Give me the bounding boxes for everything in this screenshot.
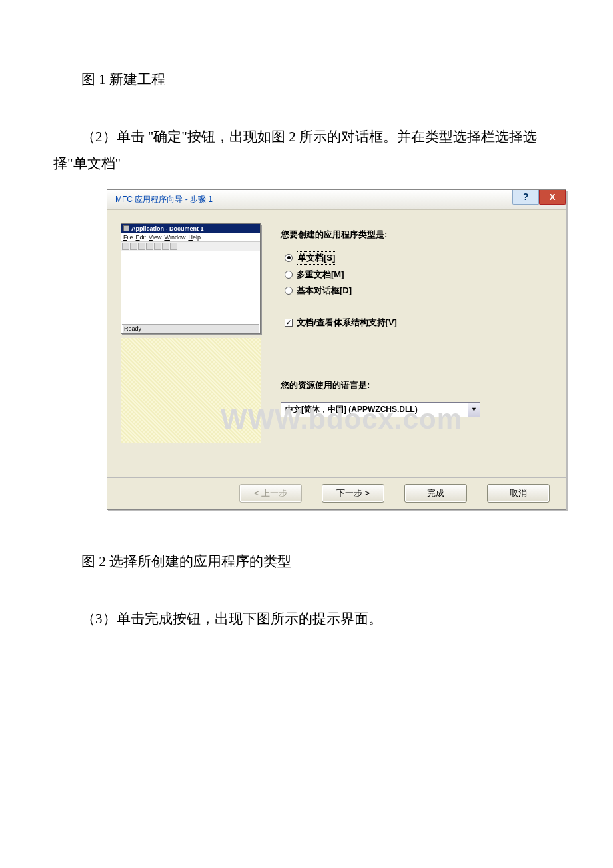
preview-sys-icon xyxy=(123,225,129,231)
checkbox-icon xyxy=(285,319,293,327)
options-column: 您要创建的应用程序类型是: 单文档[S] 多重文档[M] 基本对话框[D] 文档… xyxy=(281,223,546,443)
preview-doc-menu: FileEditViewWindowHelp xyxy=(121,233,260,242)
chevron-down-icon: ▼ xyxy=(468,403,480,417)
help-button[interactable]: ? xyxy=(512,190,539,205)
radio-icon xyxy=(285,271,293,279)
cancel-button[interactable]: 取消 xyxy=(487,484,550,503)
caption-figure-1: 图 1 新建工程 xyxy=(53,67,560,93)
paragraph-step-3: （3）单击完成按钮，出现下图所示的提示界面。 xyxy=(53,606,560,633)
radio-dialog-based[interactable]: 基本对话框[D] xyxy=(285,285,546,297)
preview-doc-status: Ready xyxy=(122,324,259,333)
mfc-wizard-dialog: MFC 应用程序向导 - 步骤 1 ? X Application - Docu… xyxy=(107,189,566,510)
question-app-type: 您要创建的应用程序类型是: xyxy=(281,229,546,241)
dialog-titlebar: MFC 应用程序向导 - 步骤 1 ? X xyxy=(107,190,566,210)
paragraph-step-2: （2）单击 "确定"按钮，出现如图 2 所示的对话框。并在类型选择栏选择选择"单… xyxy=(53,124,560,177)
radio-single-doc-label: 单文档[S] xyxy=(297,251,336,265)
preview-column: Application - Document 1 FileEditViewWin… xyxy=(121,223,261,443)
next-button[interactable]: 下一步 > xyxy=(322,484,384,503)
close-button[interactable]: X xyxy=(539,190,566,205)
radio-icon xyxy=(285,287,293,295)
preview-doc-canvas xyxy=(121,251,260,323)
radio-icon xyxy=(285,254,293,262)
checkbox-docview-support[interactable]: 文档/查看体系结构支持[V] xyxy=(285,317,546,329)
preview-doc-window: Application - Document 1 FileEditViewWin… xyxy=(121,223,261,334)
checkbox-docview-label: 文档/查看体系结构支持[V] xyxy=(297,317,397,329)
caption-figure-2: 图 2 选择所创建的应用程序的类型 xyxy=(53,549,560,575)
language-select[interactable]: 中文[简体，中国] (APPWZCHS.DLL) ▼ xyxy=(281,402,480,417)
question-language: 您的资源使用的语言是: xyxy=(281,379,546,391)
preview-doc-title: Application - Document 1 xyxy=(121,224,260,233)
preview-yellow-panel xyxy=(121,338,261,443)
back-button[interactable]: < 上一步 xyxy=(239,484,302,503)
radio-single-doc[interactable]: 单文档[S] xyxy=(285,251,546,265)
dialog-footer: < 上一步 下一步 > 完成 取消 xyxy=(107,477,566,509)
radio-multi-doc-label: 多重文档[M] xyxy=(297,269,344,281)
finish-button[interactable]: 完成 xyxy=(404,484,467,503)
radio-dialog-based-label: 基本对话框[D] xyxy=(297,285,352,297)
dialog-title: MFC 应用程序向导 - 步骤 1 xyxy=(115,194,213,205)
preview-doc-title-text: Application - Document 1 xyxy=(131,225,204,232)
radio-multi-doc[interactable]: 多重文档[M] xyxy=(285,269,546,281)
preview-doc-toolbar xyxy=(121,242,260,251)
language-select-value: 中文[简体，中国] (APPWZCHS.DLL) xyxy=(281,403,468,417)
